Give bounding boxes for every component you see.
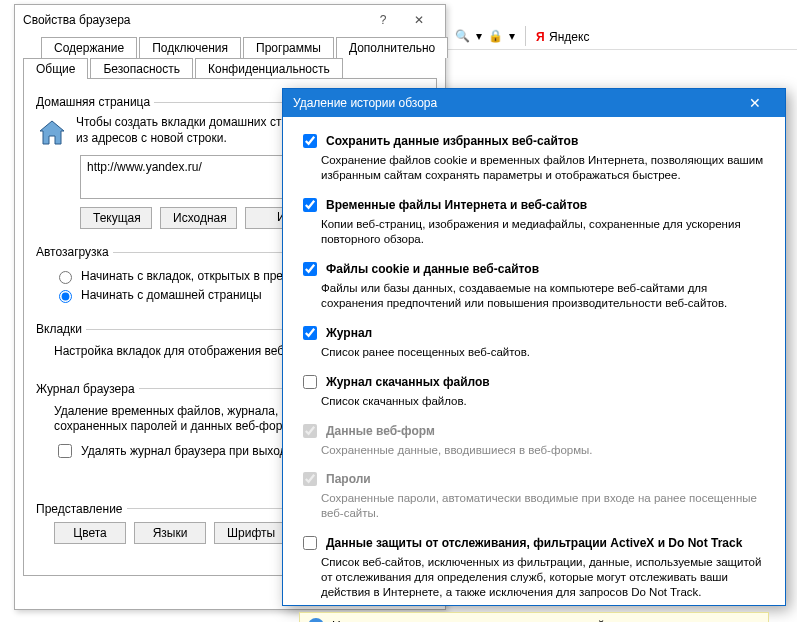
- delete-option-label: Данные веб-форм: [326, 424, 435, 438]
- lock-icon[interactable]: 🔒: [488, 29, 503, 43]
- browser-toolbar: 🔍 ▾ 🔒 ▾ Я Яндекс: [445, 22, 797, 50]
- admin-info-strip: iНекоторыми параметрами управляет систем…: [299, 612, 769, 622]
- tab-content[interactable]: Содержание: [41, 37, 137, 58]
- tabs-legend: Вкладки: [36, 322, 86, 336]
- delete-option-label: Сохранить данные избранных веб-сайтов: [326, 134, 578, 148]
- dialog-titlebar: Удаление истории обзора ✕: [283, 89, 785, 117]
- dialog-title: Свойства браузера: [23, 13, 365, 27]
- close-icon[interactable]: ✕: [735, 95, 775, 111]
- delete-option-desc: Копии веб-страниц, изображения и медиафа…: [321, 217, 769, 247]
- fonts-button[interactable]: Шрифты: [214, 522, 288, 544]
- colors-button[interactable]: Цвета: [54, 522, 126, 544]
- dialog-title: Удаление истории обзора: [293, 96, 735, 110]
- delete-option: Временные файлы Интернета и веб-сайтовКо…: [299, 195, 769, 247]
- info-icon: i: [308, 618, 324, 622]
- startup-radio-home-label: Начинать с домашней страницы: [81, 288, 262, 302]
- chevron-down-icon[interactable]: ▾: [509, 29, 515, 43]
- delete-option-label: Временные файлы Интернета и веб-сайтов: [326, 198, 587, 212]
- tab-programs[interactable]: Программы: [243, 37, 334, 58]
- delete-option-label: Журнал скачанных файлов: [326, 375, 490, 389]
- delete-option-label: Файлы cookie и данные веб-сайтов: [326, 262, 539, 276]
- delete-option-desc: Сохраненные данные, вводившиеся в веб-фо…: [321, 443, 769, 458]
- history-legend: Журнал браузера: [36, 382, 139, 396]
- tab-advanced[interactable]: Дополнительно: [336, 37, 448, 58]
- help-button[interactable]: ?: [365, 13, 401, 27]
- delete-option-desc: Сохраненные пароли, автоматически вводим…: [321, 491, 769, 521]
- delete-option: Данные веб-формСохраненные данные, вводи…: [299, 421, 769, 458]
- delete-option: Файлы cookie и данные веб-сайтовФайлы ил…: [299, 259, 769, 311]
- delete-option-label: Данные защиты от отслеживания, фильтраци…: [326, 536, 742, 550]
- delete-option-checkbox[interactable]: [303, 134, 317, 148]
- delete-option-checkbox: [303, 424, 317, 438]
- use-current-button[interactable]: Текущая: [80, 207, 152, 229]
- tab-privacy[interactable]: Конфиденциальность: [195, 58, 343, 79]
- use-default-button[interactable]: Исходная: [160, 207, 237, 229]
- tab-security[interactable]: Безопасность: [90, 58, 193, 79]
- startup-legend: Автозагрузка: [36, 245, 113, 259]
- homepage-legend: Домашняя страница: [36, 95, 154, 109]
- delete-option-desc: Файлы или базы данных, создаваемые на ко…: [321, 281, 769, 311]
- yandex-logo[interactable]: Я Яндекс: [536, 27, 589, 45]
- delete-option-desc: Список скачанных файлов.: [321, 394, 769, 409]
- delete-option: Журнал скачанных файловСписок скачанных …: [299, 372, 769, 409]
- delete-option-desc: Сохранение файлов cookie и временных фай…: [321, 153, 769, 183]
- tab-connections[interactable]: Подключения: [139, 37, 241, 58]
- tab-general[interactable]: Общие: [23, 58, 88, 79]
- delete-option-checkbox[interactable]: [303, 326, 317, 340]
- home-icon: [36, 117, 68, 149]
- delete-option: Данные защиты от отслеживания, фильтраци…: [299, 533, 769, 600]
- delete-option: ЖурналСписок ранее посещенных веб-сайтов…: [299, 323, 769, 360]
- delete-option: Сохранить данные избранных веб-сайтовСох…: [299, 131, 769, 183]
- delete-option-label: Журнал: [326, 326, 372, 340]
- delete-option-checkbox[interactable]: [303, 375, 317, 389]
- startup-radio-home[interactable]: [59, 290, 72, 303]
- delete-option-desc: Список веб-сайтов, исключенных из фильтр…: [321, 555, 769, 600]
- dialog-titlebar: Свойства браузера ? ✕: [15, 5, 445, 35]
- delete-option: ПаролиСохраненные пароли, автоматически …: [299, 469, 769, 521]
- languages-button[interactable]: Языки: [134, 522, 206, 544]
- delete-option-desc: Список ранее посещенных веб-сайтов.: [321, 345, 769, 360]
- delete-history-dialog: Удаление истории обзора ✕ Сохранить данн…: [282, 88, 786, 606]
- delete-option-checkbox: [303, 472, 317, 486]
- search-icon[interactable]: 🔍: [455, 29, 470, 43]
- delete-option-checkbox[interactable]: [303, 262, 317, 276]
- delete-option-checkbox[interactable]: [303, 198, 317, 212]
- appearance-legend: Представление: [36, 502, 127, 516]
- chevron-down-icon[interactable]: ▾: [476, 29, 482, 43]
- delete-on-exit-label: Удалять журнал браузера при выходе: [81, 444, 293, 458]
- delete-on-exit-checkbox[interactable]: [58, 444, 72, 458]
- delete-option-checkbox[interactable]: [303, 536, 317, 550]
- close-button[interactable]: ✕: [401, 13, 437, 27]
- startup-radio-tabs[interactable]: [59, 271, 72, 284]
- delete-option-label: Пароли: [326, 472, 371, 486]
